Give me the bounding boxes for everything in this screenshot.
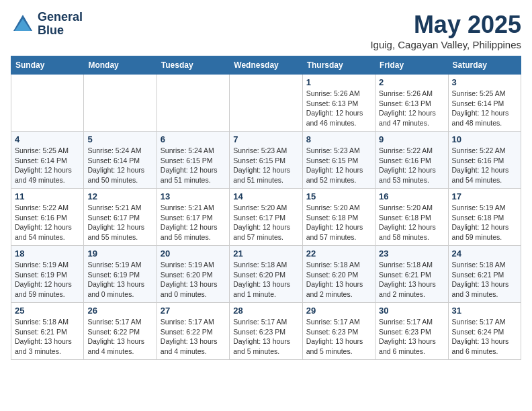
- calendar-cell: 27Sunrise: 5:17 AM Sunset: 6:22 PM Dayli…: [157, 303, 229, 360]
- title-area: May 2025 Iguig, Cagayan Valley, Philippi…: [370, 11, 521, 50]
- weekday-header-monday: Monday: [84, 56, 157, 75]
- day-info: Sunrise: 5:22 AM Sunset: 6:16 PM Dayligh…: [15, 203, 80, 242]
- day-number: 21: [233, 248, 298, 259]
- day-number: 30: [379, 306, 444, 316]
- calendar-cell: 17Sunrise: 5:19 AM Sunset: 6:18 PM Dayli…: [448, 189, 521, 246]
- day-number: 9: [379, 134, 444, 144]
- weekday-header-wednesday: Wednesday: [230, 56, 302, 75]
- month-title: May 2025: [370, 11, 521, 39]
- day-number: 7: [233, 134, 298, 144]
- day-number: 25: [15, 306, 80, 316]
- calendar-cell: [11, 75, 84, 132]
- logo-text: General Blue: [38, 11, 83, 38]
- calendar-cell: 8Sunrise: 5:23 AM Sunset: 6:15 PM Daylig…: [302, 132, 375, 189]
- calendar-cell: 10Sunrise: 5:22 AM Sunset: 6:16 PM Dayli…: [448, 132, 521, 189]
- day-info: Sunrise: 5:23 AM Sunset: 6:15 PM Dayligh…: [306, 146, 371, 185]
- day-number: 1: [306, 77, 371, 87]
- logo-icon: [11, 12, 35, 36]
- day-number: 31: [452, 306, 517, 316]
- location-title: Iguig, Cagayan Valley, Philippines: [370, 39, 521, 50]
- page-header: General Blue May 2025 Iguig, Cagayan Val…: [11, 11, 521, 50]
- day-number: 29: [306, 306, 371, 316]
- calendar-table: SundayMondayTuesdayWednesdayThursdayFrid…: [11, 56, 521, 360]
- calendar-cell: 1Sunrise: 5:26 AM Sunset: 6:13 PM Daylig…: [302, 75, 375, 132]
- day-info: Sunrise: 5:18 AM Sunset: 6:21 PM Dayligh…: [15, 317, 80, 357]
- week-row-5: 25Sunrise: 5:18 AM Sunset: 6:21 PM Dayli…: [11, 303, 521, 360]
- calendar-cell: 5Sunrise: 5:24 AM Sunset: 6:14 PM Daylig…: [84, 132, 157, 189]
- week-row-1: 1Sunrise: 5:26 AM Sunset: 6:13 PM Daylig…: [11, 75, 521, 132]
- day-info: Sunrise: 5:22 AM Sunset: 6:16 PM Dayligh…: [452, 146, 517, 185]
- weekday-header-row: SundayMondayTuesdayWednesdayThursdayFrid…: [11, 56, 521, 75]
- day-number: 13: [161, 191, 226, 201]
- calendar-cell: 12Sunrise: 5:21 AM Sunset: 6:17 PM Dayli…: [84, 189, 157, 246]
- day-info: Sunrise: 5:19 AM Sunset: 6:18 PM Dayligh…: [452, 203, 517, 242]
- day-info: Sunrise: 5:21 AM Sunset: 6:17 PM Dayligh…: [87, 203, 152, 242]
- calendar-cell: 6Sunrise: 5:24 AM Sunset: 6:15 PM Daylig…: [157, 132, 229, 189]
- day-info: Sunrise: 5:20 AM Sunset: 6:18 PM Dayligh…: [379, 203, 444, 242]
- calendar-cell: 16Sunrise: 5:20 AM Sunset: 6:18 PM Dayli…: [375, 189, 448, 246]
- calendar-cell: 3Sunrise: 5:25 AM Sunset: 6:14 PM Daylig…: [448, 75, 521, 132]
- weekday-header-friday: Friday: [375, 56, 448, 75]
- day-number: 6: [161, 134, 226, 144]
- calendar-cell: 23Sunrise: 5:18 AM Sunset: 6:21 PM Dayli…: [375, 246, 448, 303]
- day-info: Sunrise: 5:17 AM Sunset: 6:23 PM Dayligh…: [379, 317, 444, 357]
- day-info: Sunrise: 5:19 AM Sunset: 6:19 PM Dayligh…: [15, 260, 80, 300]
- day-number: 22: [306, 248, 371, 259]
- calendar-cell: 25Sunrise: 5:18 AM Sunset: 6:21 PM Dayli…: [11, 303, 84, 360]
- logo: General Blue: [11, 11, 83, 38]
- day-number: 14: [233, 191, 298, 201]
- day-info: Sunrise: 5:26 AM Sunset: 6:13 PM Dayligh…: [306, 89, 371, 128]
- day-number: 24: [452, 248, 517, 259]
- day-number: 19: [87, 248, 152, 259]
- calendar-cell: 18Sunrise: 5:19 AM Sunset: 6:19 PM Dayli…: [11, 246, 84, 303]
- calendar-cell: 7Sunrise: 5:23 AM Sunset: 6:15 PM Daylig…: [230, 132, 302, 189]
- calendar-cell: [230, 75, 302, 132]
- day-info: Sunrise: 5:21 AM Sunset: 6:17 PM Dayligh…: [161, 203, 226, 242]
- calendar-cell: 9Sunrise: 5:22 AM Sunset: 6:16 PM Daylig…: [375, 132, 448, 189]
- day-info: Sunrise: 5:17 AM Sunset: 6:23 PM Dayligh…: [233, 317, 298, 357]
- day-info: Sunrise: 5:26 AM Sunset: 6:13 PM Dayligh…: [379, 89, 444, 128]
- day-number: 17: [452, 191, 517, 201]
- day-info: Sunrise: 5:17 AM Sunset: 6:24 PM Dayligh…: [452, 317, 517, 357]
- day-number: 12: [87, 191, 152, 201]
- day-info: Sunrise: 5:19 AM Sunset: 6:20 PM Dayligh…: [161, 260, 226, 300]
- day-info: Sunrise: 5:18 AM Sunset: 6:21 PM Dayligh…: [379, 260, 444, 300]
- day-info: Sunrise: 5:17 AM Sunset: 6:23 PM Dayligh…: [306, 317, 371, 357]
- calendar-cell: 19Sunrise: 5:19 AM Sunset: 6:19 PM Dayli…: [84, 246, 157, 303]
- weekday-header-tuesday: Tuesday: [157, 56, 229, 75]
- day-number: 11: [15, 191, 80, 201]
- calendar-cell: 14Sunrise: 5:20 AM Sunset: 6:17 PM Dayli…: [230, 189, 302, 246]
- calendar-cell: 21Sunrise: 5:18 AM Sunset: 6:20 PM Dayli…: [230, 246, 302, 303]
- day-number: 4: [15, 134, 80, 144]
- day-info: Sunrise: 5:17 AM Sunset: 6:22 PM Dayligh…: [87, 317, 152, 357]
- weekday-header-sunday: Sunday: [11, 56, 84, 75]
- calendar-cell: 11Sunrise: 5:22 AM Sunset: 6:16 PM Dayli…: [11, 189, 84, 246]
- calendar-cell: [157, 75, 229, 132]
- day-number: 20: [161, 248, 226, 259]
- day-info: Sunrise: 5:22 AM Sunset: 6:16 PM Dayligh…: [379, 146, 444, 185]
- day-number: 3: [452, 77, 517, 87]
- day-number: 8: [306, 134, 371, 144]
- calendar-cell: 29Sunrise: 5:17 AM Sunset: 6:23 PM Dayli…: [302, 303, 375, 360]
- day-info: Sunrise: 5:19 AM Sunset: 6:19 PM Dayligh…: [87, 260, 152, 300]
- day-number: 5: [87, 134, 152, 144]
- weekday-header-saturday: Saturday: [448, 56, 521, 75]
- day-number: 28: [233, 306, 298, 316]
- day-number: 18: [15, 248, 80, 259]
- day-info: Sunrise: 5:24 AM Sunset: 6:15 PM Dayligh…: [161, 146, 226, 185]
- calendar-cell: 30Sunrise: 5:17 AM Sunset: 6:23 PM Dayli…: [375, 303, 448, 360]
- day-number: 16: [379, 191, 444, 201]
- calendar-cell: 15Sunrise: 5:20 AM Sunset: 6:18 PM Dayli…: [302, 189, 375, 246]
- calendar-cell: 20Sunrise: 5:19 AM Sunset: 6:20 PM Dayli…: [157, 246, 229, 303]
- calendar-cell: 26Sunrise: 5:17 AM Sunset: 6:22 PM Dayli…: [84, 303, 157, 360]
- day-info: Sunrise: 5:20 AM Sunset: 6:17 PM Dayligh…: [233, 203, 298, 242]
- calendar-cell: 31Sunrise: 5:17 AM Sunset: 6:24 PM Dayli…: [448, 303, 521, 360]
- day-info: Sunrise: 5:18 AM Sunset: 6:21 PM Dayligh…: [452, 260, 517, 300]
- week-row-3: 11Sunrise: 5:22 AM Sunset: 6:16 PM Dayli…: [11, 189, 521, 246]
- day-number: 23: [379, 248, 444, 259]
- day-number: 10: [452, 134, 517, 144]
- day-number: 27: [161, 306, 226, 316]
- week-row-2: 4Sunrise: 5:25 AM Sunset: 6:14 PM Daylig…: [11, 132, 521, 189]
- calendar-cell: [84, 75, 157, 132]
- calendar-cell: 4Sunrise: 5:25 AM Sunset: 6:14 PM Daylig…: [11, 132, 84, 189]
